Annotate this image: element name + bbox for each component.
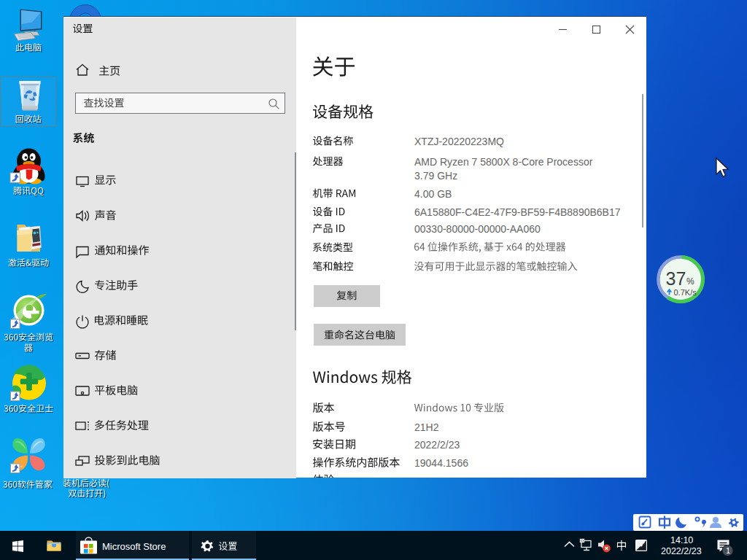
svg-text:0.7K/s: 0.7K/s (674, 288, 697, 297)
svg-text:37: 37 (666, 268, 686, 289)
svg-text:%: % (686, 276, 694, 287)
svg-text:1: 1 (726, 546, 730, 555)
